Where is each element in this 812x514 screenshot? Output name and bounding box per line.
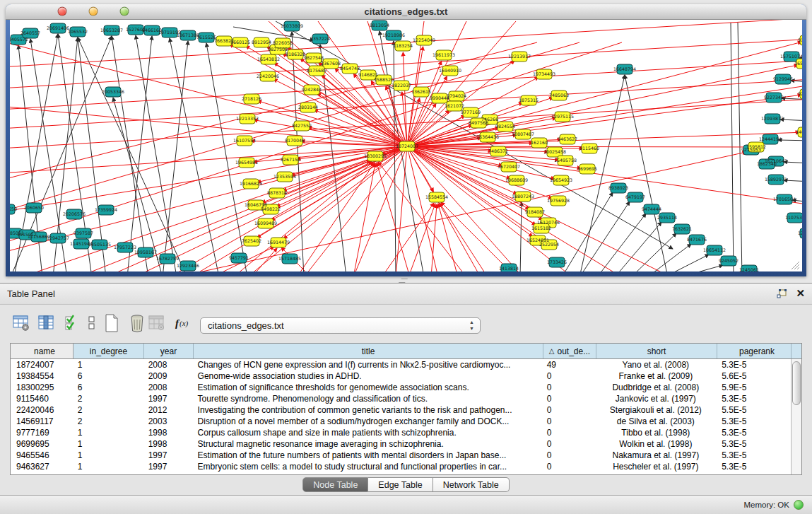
graph-node[interactable]: [674, 224, 690, 234]
graph-node[interactable]: [766, 93, 782, 103]
column-header-year[interactable]: year: [144, 344, 194, 358]
graph-node[interactable]: [611, 183, 626, 193]
graph-node[interactable]: [248, 200, 264, 210]
graph-node[interactable]: [416, 35, 432, 45]
graph-node[interactable]: [271, 238, 286, 247]
graph-node[interactable]: [798, 127, 802, 137]
graph-node[interactable]: [144, 25, 160, 35]
graph-node[interactable]: [471, 118, 486, 128]
graph-node[interactable]: [777, 194, 792, 204]
graph-node[interactable]: [541, 240, 557, 250]
graph-node[interactable]: [162, 28, 177, 37]
graph-node[interactable]: [244, 236, 259, 246]
graph-node[interactable]: [515, 129, 531, 139]
graph-node[interactable]: [254, 37, 269, 47]
graph-node[interactable]: [372, 21, 387, 30]
table-row[interactable]: 1872400712008Changes of HCN gene express…: [11, 359, 791, 370]
graph-node[interactable]: [582, 144, 597, 153]
graph-node[interactable]: [498, 122, 513, 132]
graph-node[interactable]: [800, 89, 802, 99]
graph-node[interactable]: [231, 253, 247, 263]
graph-node[interactable]: [775, 74, 791, 84]
column-header-out-degree[interactable]: △ out_de...: [543, 344, 596, 358]
show-column-button[interactable]: [37, 313, 57, 333]
graph-node[interactable]: [342, 64, 358, 74]
graph-node[interactable]: [260, 71, 276, 81]
graph-node[interactable]: [304, 85, 319, 95]
scrollbar-thumb[interactable]: [792, 361, 801, 405]
graph-node[interactable]: [309, 66, 324, 76]
graph-node[interactable]: [26, 203, 42, 213]
graph-node[interactable]: [536, 69, 552, 79]
graph-node[interactable]: [748, 142, 764, 152]
graph-node[interactable]: [239, 158, 254, 168]
graph-node[interactable]: [282, 254, 298, 264]
graph-node[interactable]: [689, 235, 705, 245]
table-row[interactable]: 1456911722003Disruption of a novel membe…: [11, 416, 791, 427]
graph-node[interactable]: [294, 121, 310, 131]
graph-node[interactable]: [269, 188, 285, 198]
table-row[interactable]: 946554611997Estimation of the future num…: [11, 450, 791, 461]
graph-node[interactable]: [76, 228, 91, 238]
graph-node[interactable]: [300, 103, 316, 112]
column-header-short[interactable]: short: [596, 344, 717, 358]
graph-node[interactable]: [216, 36, 232, 46]
graph-node[interactable]: [244, 94, 259, 104]
graph-node[interactable]: [765, 114, 780, 124]
table-row[interactable]: 911546021997Tourette syndrome. Phenomeno…: [11, 393, 791, 404]
graph-node[interactable]: [104, 25, 119, 35]
graph-node[interactable]: [287, 136, 302, 146]
select-all-button[interactable]: [62, 313, 82, 333]
table-row[interactable]: 977716911998Corpus callosum shape and si…: [11, 427, 791, 438]
graph-node[interactable]: [399, 141, 415, 151]
graph-node[interactable]: [741, 265, 757, 271]
tab-node-table[interactable]: Node Table: [302, 477, 368, 492]
graph-node[interactable]: [160, 254, 175, 264]
graph-node[interactable]: [180, 261, 196, 271]
graph-node[interactable]: [288, 49, 303, 59]
graph-node[interactable]: [659, 213, 675, 223]
graph-node[interactable]: [447, 101, 462, 111]
graph-node[interactable]: [628, 192, 643, 202]
graph-node[interactable]: [707, 245, 722, 255]
tab-network-table[interactable]: Network Table: [433, 477, 510, 492]
window-title-bar[interactable]: citations_edges.txt: [6, 4, 806, 20]
graph-node[interactable]: [50, 23, 66, 33]
graph-node[interactable]: [560, 134, 575, 144]
graph-node[interactable]: [787, 213, 802, 223]
graph-node[interactable]: [549, 257, 565, 267]
graph-node[interactable]: [515, 192, 531, 201]
graph-node[interactable]: [644, 204, 659, 214]
graph-node[interactable]: [579, 164, 595, 174]
graph-node[interactable]: [555, 112, 570, 122]
graph-node[interactable]: [501, 162, 517, 172]
graph-node[interactable]: [768, 175, 784, 185]
graph-node[interactable]: [240, 114, 255, 124]
graph-node[interactable]: [480, 132, 495, 142]
graph-node[interactable]: [31, 232, 47, 242]
table-row[interactable]: 946362711997Embryonic stem cells: a mode…: [11, 461, 791, 472]
graph-node[interactable]: [180, 30, 196, 40]
graph-node[interactable]: [312, 34, 328, 44]
graph-node[interactable]: [534, 223, 549, 233]
graph-node[interactable]: [105, 87, 121, 97]
column-header-pagerank[interactable]: pagerank: [717, 344, 792, 358]
graph-node[interactable]: [509, 175, 524, 185]
graph-node[interactable]: [442, 66, 458, 76]
network-view-canvas[interactable]: 2405572264055720691406106553210653287152…: [10, 20, 802, 271]
graph-node[interactable]: [284, 21, 300, 31]
graph-node[interactable]: [277, 172, 293, 182]
graph-node[interactable]: [796, 59, 802, 69]
memory-ok-indicator[interactable]: [794, 500, 804, 510]
graph-node[interactable]: [258, 218, 273, 228]
function-builder-button[interactable]: f (x): [174, 313, 194, 333]
column-header-in-degree[interactable]: in_degree: [73, 344, 144, 358]
graph-node[interactable]: [98, 205, 114, 215]
graph-node[interactable]: [237, 136, 252, 146]
graph-node[interactable]: [800, 228, 802, 238]
graph-node[interactable]: [386, 30, 401, 40]
graph-node[interactable]: [394, 81, 409, 90]
graph-node[interactable]: [360, 70, 376, 80]
table-chooser-dropdown[interactable]: citations_edges.txt ▲▼: [200, 317, 481, 334]
graph-node[interactable]: [323, 59, 339, 69]
